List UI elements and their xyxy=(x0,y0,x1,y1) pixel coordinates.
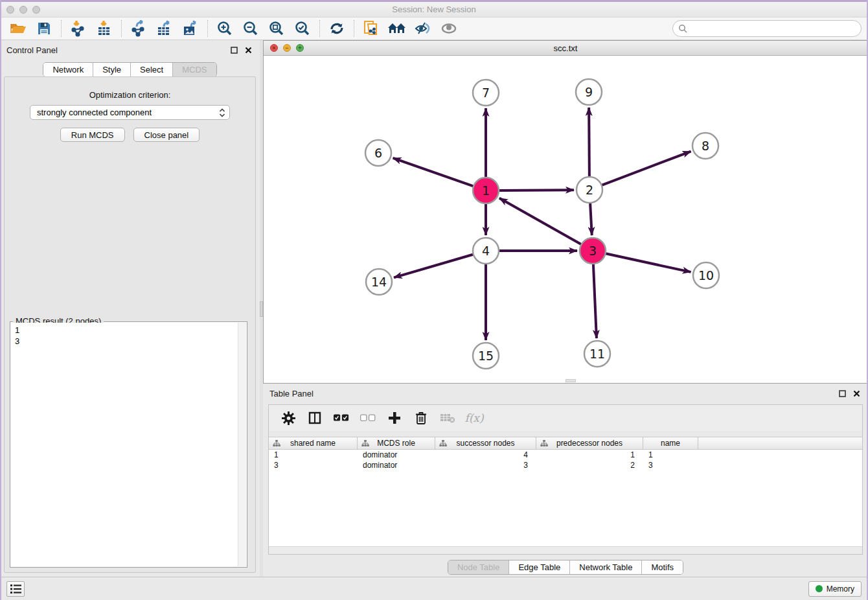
save-session-button[interactable] xyxy=(31,19,57,38)
network-graph[interactable]: 7968124314101511 xyxy=(264,56,867,380)
result-item[interactable]: 3 xyxy=(15,336,234,347)
divider-grab-handle[interactable] xyxy=(260,301,263,317)
float-panel-icon[interactable] xyxy=(229,45,239,55)
search-input[interactable] xyxy=(691,24,861,34)
svg-text:14: 14 xyxy=(371,275,387,289)
deselect-all-button[interactable] xyxy=(360,410,376,426)
result-scrollbar[interactable] xyxy=(238,323,246,566)
close-panel-button[interactable]: Close panel xyxy=(133,128,200,142)
float-table-panel-icon[interactable] xyxy=(837,388,847,398)
column-visibility-button[interactable] xyxy=(307,410,323,426)
graph-node-11[interactable]: 11 xyxy=(584,341,610,367)
graph-edge-2-9[interactable] xyxy=(589,108,589,178)
tab-edge-table[interactable]: Edge Table xyxy=(509,560,570,574)
close-panel-icon[interactable] xyxy=(243,45,253,55)
delete-column-button[interactable] xyxy=(413,410,429,426)
tab-node-table[interactable]: Node Table xyxy=(448,560,510,574)
tab-network-table[interactable]: Network Table xyxy=(570,560,642,574)
svg-text:2: 2 xyxy=(586,183,593,197)
show-all-button[interactable] xyxy=(436,19,462,38)
graph-edge-1-6[interactable] xyxy=(393,158,475,187)
apply-layout-button[interactable] xyxy=(324,19,350,38)
graph-edge-3-1[interactable] xyxy=(499,198,582,245)
graph-node-7[interactable]: 7 xyxy=(473,80,499,106)
export-network-button[interactable] xyxy=(126,19,152,38)
zoom-in-icon xyxy=(216,20,233,37)
column-header-shared-name[interactable]: shared name xyxy=(269,437,358,449)
close-window-button[interactable] xyxy=(6,6,14,14)
first-neighbors-button[interactable] xyxy=(384,19,410,38)
table-settings-button[interactable] xyxy=(280,410,296,426)
graph-node-10[interactable]: 10 xyxy=(693,262,719,288)
tab-network[interactable]: Network xyxy=(43,63,93,76)
run-mcds-button[interactable]: Run MCDS xyxy=(60,128,125,142)
graph-node-1[interactable]: 1 xyxy=(473,178,499,203)
import-network-button[interactable] xyxy=(65,19,91,38)
close-table-panel-icon[interactable] xyxy=(851,388,862,398)
network-minimize-button[interactable]: − xyxy=(283,44,291,52)
svg-text:10: 10 xyxy=(698,268,714,283)
table-row[interactable]: 3 dominator 3 2 3 xyxy=(269,460,862,470)
tab-select[interactable]: Select xyxy=(131,63,173,76)
table-horizontal-scrollbar[interactable] xyxy=(269,546,862,554)
delete-table-button[interactable] xyxy=(440,410,455,426)
eye-icon xyxy=(440,21,458,36)
node-table-container: f(x) shared name MCDS role xyxy=(268,404,863,555)
import-table-button[interactable] xyxy=(91,19,117,38)
clone-network-button[interactable] xyxy=(358,19,384,38)
memory-status-dot xyxy=(816,585,823,592)
add-column-button[interactable] xyxy=(387,410,402,426)
mcds-result-list[interactable]: 1 3 xyxy=(11,323,238,566)
tab-mcds[interactable]: MCDS xyxy=(173,63,216,76)
zoom-out-button[interactable] xyxy=(238,19,264,38)
network-canvas[interactable]: 7968124314101511 xyxy=(264,56,867,383)
tab-style[interactable]: Style xyxy=(93,63,131,76)
mcds-panel: Optimization criterion: strongly connect… xyxy=(4,76,256,573)
column-header-mcds-role[interactable]: MCDS role xyxy=(358,437,435,449)
column-header-name[interactable]: name xyxy=(643,437,698,449)
network-close-button[interactable]: × xyxy=(270,44,278,52)
criterion-select[interactable]: strongly connected component xyxy=(30,105,230,120)
column-header-successor-nodes[interactable]: successor nodes xyxy=(435,437,536,449)
graph-node-3[interactable]: 3 xyxy=(580,238,606,264)
result-item[interactable]: 1 xyxy=(15,325,234,336)
graph-node-9[interactable]: 9 xyxy=(576,79,602,105)
function-builder-button[interactable]: f(x) xyxy=(466,410,482,426)
graph-edge-2-8[interactable] xyxy=(600,152,691,186)
network-zoom-button[interactable]: + xyxy=(296,44,304,52)
export-image-button[interactable] xyxy=(177,19,203,38)
table-row[interactable]: 1 dominator 4 1 1 xyxy=(269,450,862,460)
svg-text:8: 8 xyxy=(702,139,709,153)
graph-node-6[interactable]: 6 xyxy=(365,140,391,166)
export-table-button[interactable] xyxy=(152,19,177,38)
graph-node-15[interactable]: 15 xyxy=(473,343,499,369)
graph-edge-2-3[interactable] xyxy=(590,202,592,235)
graph-edge-3-11[interactable] xyxy=(593,262,597,338)
minimize-window-button[interactable] xyxy=(19,6,27,14)
zoom-fit-button[interactable] xyxy=(264,19,290,38)
show-task-history-button[interactable] xyxy=(6,581,25,597)
column-header-predecessor-nodes[interactable]: predecessor nodes xyxy=(536,437,643,449)
graph-edge-1-2[interactable] xyxy=(497,190,574,190)
search-field[interactable] xyxy=(672,20,862,37)
hide-selected-button[interactable] xyxy=(410,19,436,38)
open-session-button[interactable] xyxy=(5,19,31,38)
zoom-selected-button[interactable] xyxy=(290,19,315,38)
tab-motifs[interactable]: Motifs xyxy=(642,560,683,574)
canvas-resize-handle[interactable] xyxy=(565,379,576,382)
zoom-selected-icon xyxy=(294,20,311,37)
graph-node-14[interactable]: 14 xyxy=(366,269,392,295)
graph-edge-4-14[interactable] xyxy=(394,254,475,277)
zoom-in-button[interactable] xyxy=(212,19,238,38)
graph-node-8[interactable]: 8 xyxy=(692,133,718,159)
graph-node-4[interactable]: 4 xyxy=(473,238,499,264)
zoom-window-button[interactable] xyxy=(32,6,40,14)
graph-node-2[interactable]: 2 xyxy=(577,177,602,203)
svg-text:7: 7 xyxy=(482,86,490,100)
column-type-icon xyxy=(540,440,548,447)
svg-text:11: 11 xyxy=(589,347,605,361)
graph-edge-3-10[interactable] xyxy=(604,253,691,272)
select-all-button[interactable] xyxy=(334,410,349,426)
memory-button[interactable]: Memory xyxy=(808,581,862,597)
control-panel-tabset: Network Style Select MCDS xyxy=(43,62,216,77)
